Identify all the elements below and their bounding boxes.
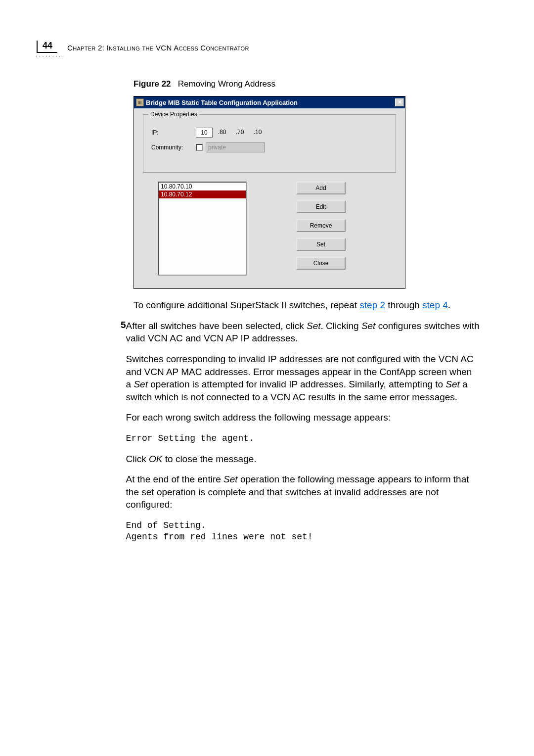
close-icon[interactable]: ✕ [395,98,404,106]
remove-button[interactable]: Remove [296,219,346,232]
ip-label: IP: [151,129,196,136]
list-item-selected[interactable]: 10.80.70.12 [159,190,246,198]
text: . Clicking [321,321,361,331]
group-title: Device Properties [148,111,199,118]
dialog-window: ⊞ Bridge MIB Static Table Configuration … [134,96,405,289]
community-row: Community: private [151,142,388,152]
text: . [448,300,450,310]
text: through [385,300,422,310]
community-checkbox[interactable] [196,144,203,151]
step-body: After all switches have been selected, c… [126,320,480,543]
text: To configure additional SuperStack II sw… [134,300,359,310]
text: After all switches have been selected, c… [126,321,307,331]
set-button[interactable]: Set [296,238,346,251]
text: to close the message. [162,454,256,464]
titlebar: ⊞ Bridge MIB Static Table Configuration … [134,96,405,108]
step-5: 5 After all switches have been selected,… [134,320,480,543]
titlebar-text: Bridge MIB Static Table Configuration Ap… [146,99,395,106]
code-block: End of Setting. Agents from red lines we… [126,520,480,543]
step4-link[interactable]: step 4 [422,300,448,310]
figure-label: Figure 22 [134,79,171,89]
italic: Set [307,321,321,331]
button-column: Add Edit Remove Set Close [296,182,346,276]
lower-area: 10.80.70.10 10.80.70.12 Add Edit Remove … [143,182,396,276]
ip-octet-1[interactable]: 10 [196,128,213,138]
italic: OK [149,454,162,464]
paragraph: To configure additional SuperStack II sw… [134,299,480,312]
paragraph: Click OK to close the message. [126,453,480,466]
text: operation is attempted for invalid IP ad… [148,379,445,389]
edit-button[interactable]: Edit [296,200,346,213]
italic: Set [445,379,460,389]
ip-row: IP: 10 .80 .70 .10 [151,128,388,138]
community-label: Community: [151,144,196,151]
italic: Set [134,379,148,389]
address-listbox[interactable]: 10.80.70.10 10.80.70.12 [158,182,247,276]
ip-octet-4: .10 [249,128,266,138]
chapter-title: Chapter 2: Installing the VCN Access Con… [67,44,249,53]
text: At the end of the entire [126,474,224,484]
page-header: 44 Chapter 2: Installing the VCN Access … [37,41,534,53]
device-properties-group: Device Properties IP: 10 .80 .70 .10 Com… [143,114,396,173]
app-icon: ⊞ [136,98,144,106]
italic: Set [361,321,376,331]
step2-link[interactable]: step 2 [359,300,385,310]
close-button[interactable]: Close [296,257,346,270]
figure-caption: Figure 22 Removing Wrong Address [134,79,480,89]
text: Click [126,454,149,464]
paragraph: At the end of the entire Set operation t… [126,473,480,511]
italic: Set [223,474,238,484]
step-number: 5 [121,320,126,543]
ip-octet-3: .70 [231,128,248,138]
community-input[interactable]: private [206,142,265,152]
decorative-dots: ········· [36,53,66,59]
paragraph: For each wrong switch address the follow… [126,411,480,424]
dialog-body: Device Properties IP: 10 .80 .70 .10 Com… [134,108,405,288]
list-item[interactable]: 10.80.70.10 [159,183,246,190]
paragraph: Switches corresponding to invalid IP add… [126,353,480,404]
figure-caption-text: Removing Wrong Address [178,79,275,89]
ip-octet-2: .80 [214,128,230,138]
add-button[interactable]: Add [296,182,346,194]
page-number: 44 [37,41,57,53]
code-block: Error Setting the agent. [126,433,480,444]
